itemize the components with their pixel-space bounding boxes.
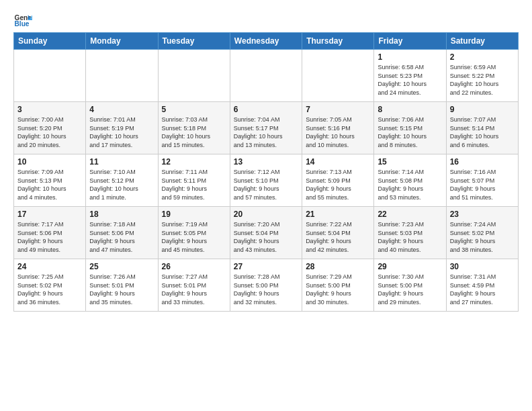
day-number: 6 (234, 105, 298, 114)
day-info: Sunrise: 7:25 AM Sunset: 5:02 PM Dayligh… (17, 273, 82, 306)
th-saturday: Saturday (446, 33, 518, 50)
day-info: Sunrise: 7:01 AM Sunset: 5:19 PM Dayligh… (89, 116, 154, 149)
day-cell: 26Sunrise: 7:27 AM Sunset: 5:01 PM Dayli… (158, 259, 230, 312)
day-cell: 9Sunrise: 7:07 AM Sunset: 5:14 PM Daylig… (446, 102, 518, 154)
day-cell: 16Sunrise: 7:16 AM Sunset: 5:07 PM Dayli… (446, 154, 518, 207)
day-cell: 20Sunrise: 7:20 AM Sunset: 5:04 PM Dayli… (230, 207, 302, 259)
day-cell: 14Sunrise: 7:13 AM Sunset: 5:09 PM Dayli… (302, 154, 374, 207)
day-cell: 22Sunrise: 7:23 AM Sunset: 5:03 PM Dayli… (374, 207, 446, 259)
day-cell: 1Sunrise: 6:58 AM Sunset: 5:23 PM Daylig… (374, 50, 446, 102)
day-number: 1 (378, 52, 442, 62)
day-info: Sunrise: 7:29 AM Sunset: 5:00 PM Dayligh… (306, 273, 370, 306)
day-cell: 10Sunrise: 7:09 AM Sunset: 5:13 PM Dayli… (14, 154, 86, 207)
day-info: Sunrise: 7:26 AM Sunset: 5:01 PM Dayligh… (89, 273, 154, 306)
week-row-2: 3Sunrise: 7:00 AM Sunset: 5:20 PM Daylig… (14, 102, 519, 154)
day-cell: 30Sunrise: 7:31 AM Sunset: 4:59 PM Dayli… (446, 259, 518, 312)
day-number: 13 (234, 157, 298, 167)
day-number: 21 (306, 210, 370, 219)
day-number: 29 (378, 262, 442, 271)
day-info: Sunrise: 7:30 AM Sunset: 5:00 PM Dayligh… (378, 273, 442, 306)
day-info: Sunrise: 7:09 AM Sunset: 5:13 PM Dayligh… (17, 168, 82, 201)
day-number: 30 (450, 262, 515, 271)
day-number: 5 (162, 105, 226, 114)
day-cell: 27Sunrise: 7:28 AM Sunset: 5:00 PM Dayli… (230, 259, 302, 312)
day-number: 15 (378, 157, 442, 167)
day-info: Sunrise: 7:24 AM Sunset: 5:02 PM Dayligh… (450, 220, 515, 254)
th-thursday: Thursday (302, 33, 374, 50)
day-info: Sunrise: 7:04 AM Sunset: 5:17 PM Dayligh… (234, 116, 298, 149)
day-cell (158, 50, 230, 102)
day-cell (86, 50, 158, 102)
th-tuesday: Tuesday (158, 33, 230, 50)
logo-icon: General Blue (13, 11, 32, 30)
day-info: Sunrise: 7:10 AM Sunset: 5:12 PM Dayligh… (89, 168, 154, 201)
th-wednesday: Wednesday (230, 33, 302, 50)
day-cell: 13Sunrise: 7:12 AM Sunset: 5:10 PM Dayli… (230, 154, 302, 207)
day-number: 2 (450, 52, 515, 62)
day-number: 27 (234, 262, 298, 271)
day-cell: 19Sunrise: 7:19 AM Sunset: 5:05 PM Dayli… (158, 207, 230, 259)
day-cell: 7Sunrise: 7:05 AM Sunset: 5:16 PM Daylig… (302, 102, 374, 154)
page: General Blue Sunday Monday Tuesday Wedne… (0, 0, 532, 318)
day-cell: 28Sunrise: 7:29 AM Sunset: 5:00 PM Dayli… (302, 259, 374, 312)
header: General Blue (13, 11, 519, 30)
day-cell: 17Sunrise: 7:17 AM Sunset: 5:06 PM Dayli… (14, 207, 86, 259)
day-info: Sunrise: 7:28 AM Sunset: 5:00 PM Dayligh… (234, 273, 298, 306)
day-info: Sunrise: 7:22 AM Sunset: 5:04 PM Dayligh… (306, 220, 370, 254)
day-info: Sunrise: 7:16 AM Sunset: 5:07 PM Dayligh… (450, 168, 515, 201)
day-number: 20 (234, 210, 298, 219)
day-info: Sunrise: 7:23 AM Sunset: 5:03 PM Dayligh… (378, 220, 442, 254)
day-cell: 18Sunrise: 7:18 AM Sunset: 5:06 PM Dayli… (86, 207, 158, 259)
calendar-header: Sunday Monday Tuesday Wednesday Thursday… (14, 33, 519, 50)
day-number: 19 (162, 210, 226, 219)
day-number: 7 (306, 105, 370, 114)
day-info: Sunrise: 6:58 AM Sunset: 5:23 PM Dayligh… (378, 63, 442, 97)
day-info: Sunrise: 7:05 AM Sunset: 5:16 PM Dayligh… (306, 116, 370, 149)
day-info: Sunrise: 7:11 AM Sunset: 5:11 PM Dayligh… (162, 168, 226, 201)
day-cell: 12Sunrise: 7:11 AM Sunset: 5:11 PM Dayli… (158, 154, 230, 207)
day-number: 14 (306, 157, 370, 167)
day-number: 10 (17, 157, 82, 167)
header-row: Sunday Monday Tuesday Wednesday Thursday… (14, 33, 519, 50)
day-info: Sunrise: 7:27 AM Sunset: 5:01 PM Dayligh… (162, 273, 226, 306)
day-cell: 29Sunrise: 7:30 AM Sunset: 5:00 PM Dayli… (374, 259, 446, 312)
day-cell: 8Sunrise: 7:06 AM Sunset: 5:15 PM Daylig… (374, 102, 446, 154)
day-cell: 6Sunrise: 7:04 AM Sunset: 5:17 PM Daylig… (230, 102, 302, 154)
day-info: Sunrise: 7:18 AM Sunset: 5:06 PM Dayligh… (89, 220, 154, 254)
day-cell: 25Sunrise: 7:26 AM Sunset: 5:01 PM Dayli… (86, 259, 158, 312)
day-number: 8 (378, 105, 442, 114)
day-info: Sunrise: 7:13 AM Sunset: 5:09 PM Dayligh… (306, 168, 370, 201)
day-cell: 2Sunrise: 6:59 AM Sunset: 5:22 PM Daylig… (446, 50, 518, 102)
day-number: 11 (89, 157, 154, 167)
day-cell: 3Sunrise: 7:00 AM Sunset: 5:20 PM Daylig… (14, 102, 86, 154)
day-cell: 4Sunrise: 7:01 AM Sunset: 5:19 PM Daylig… (86, 102, 158, 154)
day-number: 4 (89, 105, 154, 114)
logo: General Blue (13, 11, 35, 30)
day-number: 12 (162, 157, 226, 167)
day-number: 18 (89, 210, 154, 219)
day-number: 17 (17, 210, 82, 219)
week-row-3: 10Sunrise: 7:09 AM Sunset: 5:13 PM Dayli… (14, 154, 519, 207)
day-cell: 21Sunrise: 7:22 AM Sunset: 5:04 PM Dayli… (302, 207, 374, 259)
day-number: 3 (17, 105, 82, 114)
day-number: 26 (162, 262, 226, 271)
calendar-table: Sunday Monday Tuesday Wednesday Thursday… (13, 32, 519, 312)
day-number: 23 (450, 210, 515, 219)
week-row-4: 17Sunrise: 7:17 AM Sunset: 5:06 PM Dayli… (14, 207, 519, 259)
th-friday: Friday (374, 33, 446, 50)
th-monday: Monday (86, 33, 158, 50)
th-sunday: Sunday (14, 33, 86, 50)
day-number: 25 (89, 262, 154, 271)
day-info: Sunrise: 7:19 AM Sunset: 5:05 PM Dayligh… (162, 220, 226, 254)
day-info: Sunrise: 7:06 AM Sunset: 5:15 PM Dayligh… (378, 116, 442, 149)
day-cell: 5Sunrise: 7:03 AM Sunset: 5:18 PM Daylig… (158, 102, 230, 154)
day-cell: 15Sunrise: 7:14 AM Sunset: 5:08 PM Dayli… (374, 154, 446, 207)
svg-text:Blue: Blue (15, 20, 30, 28)
day-number: 28 (306, 262, 370, 271)
day-info: Sunrise: 7:14 AM Sunset: 5:08 PM Dayligh… (378, 168, 442, 201)
day-info: Sunrise: 6:59 AM Sunset: 5:22 PM Dayligh… (450, 63, 515, 97)
day-number: 16 (450, 157, 515, 167)
day-cell: 24Sunrise: 7:25 AM Sunset: 5:02 PM Dayli… (14, 259, 86, 312)
week-row-1: 1Sunrise: 6:58 AM Sunset: 5:23 PM Daylig… (14, 50, 519, 102)
day-number: 24 (17, 262, 82, 271)
